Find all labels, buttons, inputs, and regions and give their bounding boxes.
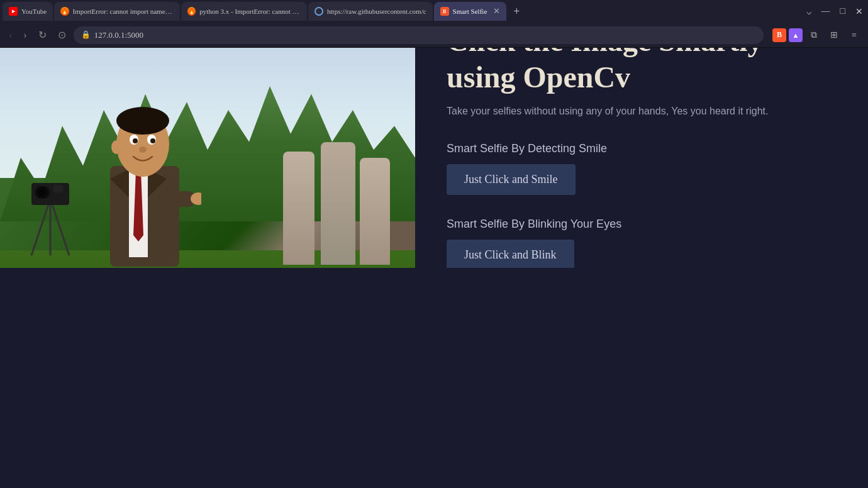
tab-smart-selfie-label: Smart Selfie	[453, 8, 487, 15]
right-content-panel: Click the Image Smartly using OpenCv Tak…	[415, 48, 868, 268]
tab-controls: ⌵ — □ ✕	[804, 4, 865, 19]
statue-3	[360, 158, 390, 265]
brave-favicon: B	[440, 7, 449, 16]
svg-point-6	[38, 189, 46, 196]
tab-github-raw[interactable]: https://raw.githubusercontent.com/c	[308, 2, 433, 21]
page-content: Click the Image Smartly using OpenCv Tak…	[0, 48, 868, 268]
svg-point-21	[139, 147, 147, 153]
camera-tripod-svg	[19, 180, 82, 268]
scene-container	[0, 48, 415, 268]
blink-section-label: Smart Selfie By Blinking Your Eyes	[447, 218, 837, 231]
smile-section-label: Smart Selfie By Detecting Smile	[447, 142, 837, 155]
youtube-favicon	[9, 7, 18, 16]
blink-section: Smart Selfie By Blinking Your Eyes Just …	[447, 218, 837, 268]
tab-import-error-1[interactable]: 🔥 ImportError: cannot import name 'esc	[54, 2, 180, 21]
svg-rect-7	[53, 185, 63, 192]
svg-line-2	[50, 199, 69, 255]
statue-1	[283, 152, 314, 265]
extensions-icon[interactable]: ⧉	[805, 26, 823, 44]
tab-import-error-2-label: python 3.x - ImportError: cannot impo	[199, 8, 301, 15]
svg-point-20	[150, 138, 155, 143]
brave-shield-icon[interactable]: B	[772, 28, 786, 42]
home-button[interactable]: ⊙	[54, 26, 70, 43]
firefox-favicon-2: 🔥	[187, 7, 196, 16]
tab-youtube-label: YouTube	[21, 8, 47, 15]
back-button[interactable]: ‹	[5, 27, 16, 43]
firefox-favicon-1: 🔥	[60, 7, 69, 16]
minimize-button[interactable]: —	[819, 4, 833, 19]
page-subtitle: Take your selfies without using any of y…	[447, 106, 837, 117]
tab-close-button[interactable]: ✕	[493, 6, 500, 16]
brave-wallet-icon[interactable]: ⊞	[825, 26, 843, 44]
svg-point-19	[133, 138, 138, 143]
menu-button[interactable]: ≡	[845, 26, 863, 44]
browser-window: YouTube 🔥 ImportError: cannot import nam…	[0, 0, 868, 488]
tab-github-raw-label: https://raw.githubusercontent.com/c	[327, 8, 426, 15]
tab-youtube[interactable]: YouTube	[3, 2, 53, 21]
svg-point-22	[111, 140, 121, 154]
forward-button[interactable]: ›	[19, 27, 30, 43]
close-window-button[interactable]: ✕	[853, 4, 865, 19]
url-text: 127.0.0.1:5000	[94, 30, 143, 40]
brave-rewards-icon[interactable]: ▲	[789, 28, 803, 42]
smile-button[interactable]: Just Click and Smile	[447, 164, 576, 195]
statue-2	[321, 142, 355, 265]
tab-bar: YouTube 🔥 ImportError: cannot import nam…	[0, 0, 868, 23]
refresh-button[interactable]: ↻	[35, 26, 50, 43]
mr-bean-character	[75, 97, 201, 268]
address-bar: ‹ › ↻ ⊙ 🔒 127.0.0.1:5000 B ▲ ⧉ ⊞ ≡	[0, 23, 868, 48]
blink-button[interactable]: Just Click and Blink	[447, 240, 574, 268]
new-tab-button[interactable]: +	[508, 3, 525, 20]
svg-line-0	[31, 199, 50, 255]
page-main-title: Click the Image Smartly using OpenCv	[447, 48, 837, 96]
smile-section: Smart Selfie By Detecting Smile Just Cli…	[447, 142, 837, 218]
svg-point-16	[116, 107, 169, 135]
hero-image	[0, 48, 415, 268]
browser-actions: B ▲ ⧉ ⊞ ≡	[772, 26, 863, 44]
maximize-button[interactable]: □	[838, 4, 848, 19]
tab-import-error-2[interactable]: 🔥 python 3.x - ImportError: cannot impo	[181, 2, 307, 21]
url-bar[interactable]: 🔒 127.0.0.1:5000	[74, 26, 764, 44]
tab-list-button[interactable]: ⌵	[804, 4, 814, 19]
tab-smart-selfie[interactable]: B Smart Selfie ✕	[434, 2, 507, 21]
tab-import-error-1-label: ImportError: cannot import name 'esc	[73, 8, 174, 15]
page-bottom-area	[0, 268, 868, 488]
globe-favicon	[314, 7, 323, 16]
